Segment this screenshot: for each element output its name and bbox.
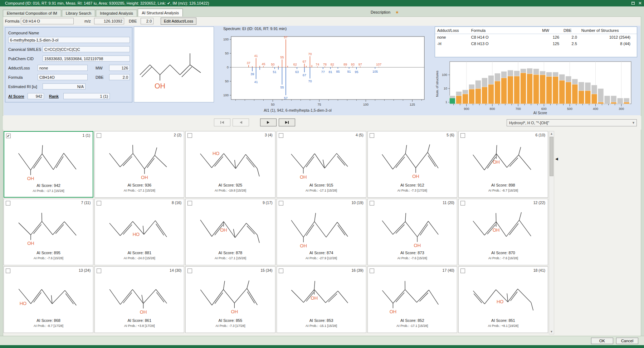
- estimated-ri-input[interactable]: [43, 83, 86, 90]
- pubchem-label: PubChem CID: [8, 57, 34, 61]
- description-star-icon[interactable]: ★: [395, 10, 399, 14]
- candidate-checkbox[interactable]: [279, 201, 283, 206]
- candidate-structure-card[interactable]: 16 (39)OHAI Score: 853AI Prob.: -15.1 [1…: [277, 266, 366, 333]
- candidate-checkbox[interactable]: ✔: [6, 134, 11, 138]
- candidate-checkbox[interactable]: [187, 201, 192, 206]
- first-record-button[interactable]: [214, 119, 230, 126]
- candidate-rank: 1 (1): [83, 133, 91, 137]
- candidate-structure-image: OH: [186, 275, 275, 317]
- svg-text:1: 1: [445, 100, 447, 104]
- dbe-input[interactable]: [141, 18, 153, 24]
- window-title: Compound (ID: 016, RT: 9.91 min, Meas. R…: [5, 1, 209, 5]
- svg-text:OH: OH: [390, 309, 397, 314]
- adduct-loss-table[interactable]: Adduct/LossFormulaMWDBENumber of Structu…: [435, 26, 637, 57]
- top-panel: Compound Name Canonical SMILES PubChem C…: [4, 26, 640, 115]
- collapse-panel-icon[interactable]: ◀: [555, 157, 558, 161]
- tab-ai-structural-analysis[interactable]: AI Structural Analysis: [138, 9, 183, 16]
- play-button[interactable]: [260, 119, 277, 126]
- ai-score-histogram[interactable]: 110100900800700600500400300AI ScoreNum. …: [435, 59, 637, 115]
- svg-text:600: 600: [541, 107, 547, 111]
- edit-adduct-loss-button[interactable]: Edit Adduct/Loss: [161, 18, 196, 25]
- last-record-button[interactable]: [279, 119, 295, 126]
- candidate-checkbox[interactable]: [460, 201, 465, 206]
- scroll-down-icon[interactable]: ▼: [549, 330, 554, 333]
- candidate-structure-card[interactable]: 8 (16)HOAI Score: 881AI Prob.: -24.0 [15…: [94, 199, 184, 265]
- svg-text:107: 107: [376, 63, 381, 66]
- formula2-input[interactable]: [38, 74, 88, 80]
- svg-text:37: 37: [247, 61, 250, 65]
- scroll-up-icon[interactable]: ▲: [549, 132, 554, 135]
- candidate-checkbox[interactable]: [279, 133, 283, 138]
- svg-text:10: 10: [444, 87, 447, 90]
- candidate-structure-card[interactable]: 15 (34)OHAI Score: 855AI Prob.: -7.3 [17…: [185, 266, 275, 333]
- ok-button[interactable]: OK: [591, 338, 613, 344]
- candidate-ai-prob: AI Prob.: -24.0 [15/28]: [95, 256, 184, 260]
- window-titlebar[interactable]: Compound (ID: 016, RT: 9.91 min, Meas. R…: [0, 0, 644, 6]
- svg-text:900: 900: [464, 107, 469, 111]
- candidate-checkbox[interactable]: [370, 201, 374, 206]
- candidate-structure-card[interactable]: 2 (2)OHAI Score: 936AI Prob.: -17.1 [15/…: [94, 131, 184, 198]
- formula-input[interactable]: [21, 18, 74, 24]
- tab-library-search[interactable]: Library Search: [62, 10, 96, 16]
- adduct-table-header: Adduct/LossFormulaMWDBENumber of Structu…: [435, 27, 637, 34]
- svg-text:OH: OH: [412, 174, 419, 179]
- svg-text:67: 67: [303, 60, 306, 63]
- candidate-checkbox[interactable]: [97, 201, 101, 206]
- candidate-checkbox[interactable]: [187, 133, 192, 138]
- candidate-checkbox[interactable]: [97, 269, 101, 273]
- candidate-structure-image: OH: [4, 207, 93, 249]
- candidate-structure-card[interactable]: ✔1 (1)OHAI Score: 942AI Prob.: -17.1 [15…: [4, 131, 93, 198]
- mz-input[interactable]: [94, 18, 124, 24]
- mw-input[interactable]: [109, 65, 130, 71]
- svg-text:300: 300: [619, 107, 624, 111]
- candidate-checkbox[interactable]: [97, 133, 101, 138]
- pubchem-input[interactable]: [43, 55, 130, 62]
- ai-score-input[interactable]: [28, 93, 44, 99]
- svg-text:OH: OH: [231, 309, 238, 314]
- tab-integrated-analysis[interactable]: Integrated Analysis: [96, 10, 137, 16]
- close-window-icon[interactable]: ✕: [638, 0, 642, 6]
- candidate-structure-card[interactable]: 18 (41)HOAI Score: 851AI Prob.: +8.1 [19…: [458, 266, 548, 333]
- candidate-ai-score: AI Score: 861: [95, 318, 184, 323]
- cancel-button[interactable]: Cancel: [616, 338, 638, 344]
- restore-window-icon[interactable]: [631, 2, 635, 5]
- svg-text:75: 75: [317, 103, 321, 106]
- substructure-filter-dropdown[interactable]: Hydroxyl*, H O, "*-[OH]" ▼: [507, 119, 637, 126]
- adduct-table-row[interactable]: noneC8 H14 O1262.01012 (2544): [435, 34, 637, 41]
- candidate-checkbox[interactable]: [279, 269, 283, 273]
- svg-text:78: 78: [323, 63, 327, 66]
- candidate-checkbox[interactable]: [6, 269, 10, 273]
- candidate-structure-card[interactable]: 7 (11)OHAI Score: 895AI Prob.: -7.6 [15/…: [4, 199, 93, 265]
- candidate-ai-score: AI Score: 853: [277, 318, 366, 323]
- candidate-structure-card[interactable]: 6 (10)OHAI Score: 898AI Prob.: -8.7 [16/…: [458, 131, 548, 198]
- ei-spectrum-plot[interactable]: 1005005010050751001253741455055576267707…: [215, 32, 436, 115]
- compound-name-input[interactable]: [8, 37, 130, 43]
- candidate-structure-card[interactable]: 11 (20)OHAI Score: 873AI Prob.: -7.6 [15…: [367, 199, 457, 265]
- scrollbar-thumb[interactable]: [550, 137, 553, 176]
- candidate-checkbox[interactable]: [460, 269, 465, 273]
- tab-elemental-composition[interactable]: Elemental Composition of IM: [3, 10, 61, 16]
- candidate-checkbox[interactable]: [370, 133, 374, 138]
- candidate-ai-prob: AI Prob.: -7.3 [17/28]: [186, 324, 275, 328]
- candidate-structure-card[interactable]: 3 (4)HOAI Score: 925AI Prob.: -19.8 [15/…: [185, 131, 275, 198]
- candidate-rank: 9 (17): [263, 200, 272, 205]
- candidate-structure-card[interactable]: 14 (30)OHAI Score: 861AI Prob.: +3.8 [17…: [94, 266, 184, 333]
- adduct-loss-input[interactable]: [38, 65, 88, 71]
- candidate-structure-card[interactable]: 9 (17)OHAI Score: 878AI Prob.: -17.1 [15…: [185, 199, 275, 265]
- candidate-structure-card[interactable]: 5 (6)OHAI Score: 912AI Prob.: -7.3 [17/2…: [367, 131, 457, 198]
- candidate-structure-card[interactable]: 4 (5)OHAI Score: 915AI Prob.: -17.1 [15/…: [277, 131, 366, 198]
- candidate-structure-card[interactable]: 13 (24)HOAI Score: 868AI Prob.: -8.7 [17…: [4, 266, 93, 333]
- candidate-checkbox[interactable]: [187, 269, 192, 273]
- candidate-checkbox[interactable]: [460, 133, 465, 138]
- candidate-structure-card[interactable]: 10 (19)OHAI Score: 874AI Prob.: -27.9 [1…: [277, 199, 366, 265]
- candidate-structure-card[interactable]: 12 (22)OHAI Score: 870AI Prob.: -7.6 [16…: [458, 199, 548, 265]
- adduct-table-row[interactable]: -HC8 H13 O1252.58 (44): [435, 40, 637, 47]
- candidate-checkbox[interactable]: [370, 269, 374, 273]
- grid-scrollbar[interactable]: ▲ ▼: [549, 131, 554, 334]
- candidate-checkbox[interactable]: [6, 201, 10, 206]
- smiles-input[interactable]: [43, 46, 130, 52]
- previous-record-button[interactable]: [233, 119, 249, 126]
- candidate-structure-card[interactable]: 17 (40)OHAI Score: 852AI Prob.: -17.1 [1…: [367, 266, 457, 333]
- dbe2-input[interactable]: [109, 74, 130, 80]
- rank-input[interactable]: [63, 93, 110, 99]
